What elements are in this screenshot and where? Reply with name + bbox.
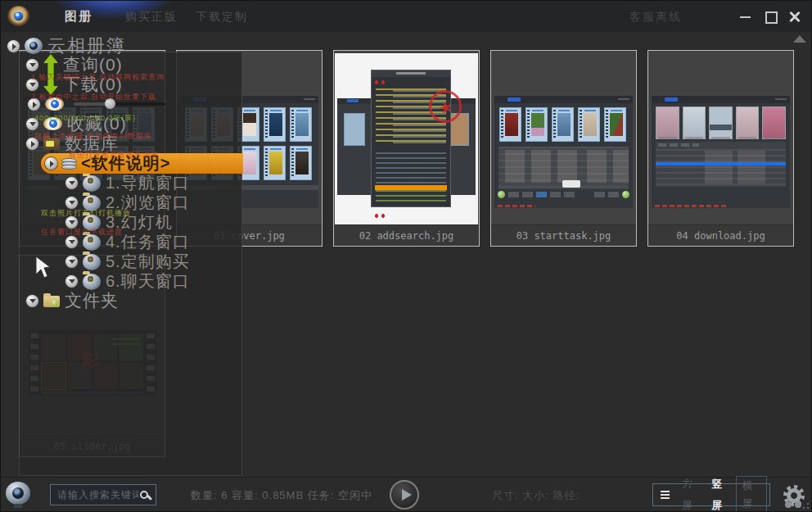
thumbnail-cell-04[interactable]: 04 download.jpg xyxy=(647,50,794,247)
chevron-right-icon[interactable] xyxy=(7,40,20,52)
play-button[interactable] xyxy=(390,480,419,510)
chevron-down-icon[interactable] xyxy=(65,256,78,268)
thumbnail-cell-02[interactable]: ★ 02 addsearch.jpg xyxy=(333,50,480,247)
resize-grip[interactable] xyxy=(801,501,810,510)
search-input[interactable] xyxy=(56,488,140,501)
tab-album[interactable]: 图册 xyxy=(65,9,92,25)
chevron-right-icon[interactable] xyxy=(45,157,57,170)
tree-item-folders[interactable]: 文件夹 xyxy=(26,291,119,310)
view-mode-landscape[interactable]: 横屏 xyxy=(736,476,767,512)
chevron-down-icon[interactable] xyxy=(65,197,78,209)
view-mode-portrait[interactable]: 竖屏 xyxy=(706,473,735,512)
view-mode-square[interactable]: 方屏 xyxy=(676,473,706,512)
app-window: 图册 购买正版 下载定制 客服离线 xyxy=(0,0,812,512)
thumbnail-cell-03[interactable]: 03 starttask.jpg xyxy=(490,50,637,247)
folder-icon xyxy=(83,254,101,270)
menu-buy-genuine[interactable]: 购买正版 xyxy=(125,10,178,25)
tree-annotation: 任务窗口显示下载进度 xyxy=(41,227,123,238)
folder-icon xyxy=(83,175,101,192)
search-icon[interactable] xyxy=(140,491,148,499)
folder-new-icon xyxy=(43,296,60,307)
thumbnail-image-starttask xyxy=(494,96,633,208)
path-info: 尺寸: 大小: 路径: xyxy=(492,488,580,503)
chevron-down-icon[interactable] xyxy=(65,177,78,189)
chevron-down-icon[interactable] xyxy=(26,59,38,71)
thumbnail-image-download xyxy=(652,96,790,208)
tree-panel: 查询(0) 1.输入关键词之后,自动联网检索查询 下载(0) 2.检索命中之后,… xyxy=(19,52,242,476)
chevron-down-icon[interactable] xyxy=(26,295,38,307)
main-content: 00 01 cover.jpg xyxy=(1,32,811,478)
close-button[interactable] xyxy=(787,9,803,24)
app-eye-logo-icon xyxy=(7,6,29,26)
tree-item-chat-window[interactable]: 6.聊天窗口 xyxy=(65,271,190,291)
mouse-cursor xyxy=(34,255,52,279)
folder-icon xyxy=(83,274,101,290)
status-bar: 数量: 6 容量: 0.85MB 任务: 空闲中 尺寸: 大小: 路径: 方屏 … xyxy=(1,477,811,511)
minimize-button[interactable] xyxy=(738,9,754,24)
maximize-button[interactable] xyxy=(762,9,778,24)
progress-row xyxy=(656,162,786,165)
tree-annotation: 2.检索命中之后,自动开始批量下载 xyxy=(31,92,156,102)
tree-annotation: 1.输入关键词之后,自动联网检索查询 xyxy=(31,72,165,83)
tree-item-nav-window[interactable]: 1.导航窗口 xyxy=(65,173,190,193)
tree-annotation: 400x300(200x150 2张/屏) xyxy=(34,113,136,124)
thumbnail-label: 03 starttask.jpg xyxy=(491,224,636,246)
title-bar: 图册 购买正版 下载定制 客服离线 xyxy=(1,1,811,32)
size-slider[interactable] xyxy=(74,102,165,106)
webcam-icon xyxy=(25,38,43,54)
chevron-down-icon[interactable] xyxy=(65,275,78,288)
menu-download-custom[interactable]: 下载定制 xyxy=(196,10,248,25)
thumbnail-image-addsearch: ★ xyxy=(335,53,478,226)
search-box[interactable] xyxy=(50,484,156,505)
view-mode-group: 方屏 竖屏 横屏 xyxy=(652,483,770,506)
service-status[interactable]: 客服离线 xyxy=(629,10,682,25)
scroll-up-icon[interactable] xyxy=(793,35,806,43)
tooltip-bubble xyxy=(562,180,580,188)
tree-item-custom-buy[interactable]: 5.定制购买 xyxy=(65,251,190,271)
thumbnail-label: 04 download.jpg xyxy=(648,224,793,246)
webcam-logo-icon xyxy=(6,482,30,505)
thumbnail-label: 02 addsearch.jpg xyxy=(334,224,479,246)
list-view-icon[interactable] xyxy=(661,491,670,499)
tree-annotation: 双击打开图片数据库浏览 xyxy=(69,150,159,161)
tree-annotation: 双击照片打开幻灯机播放 xyxy=(41,208,131,219)
library-stats: 数量: 6 容量: 0.85MB 任务: 空闲中 xyxy=(191,488,372,503)
tree-root[interactable]: 云相册簿 xyxy=(7,34,126,58)
tree-root-label: 云相册簿 xyxy=(47,34,126,58)
tree-annotation: 鼠标点击收藏,自动保存到数据库 xyxy=(34,131,152,142)
